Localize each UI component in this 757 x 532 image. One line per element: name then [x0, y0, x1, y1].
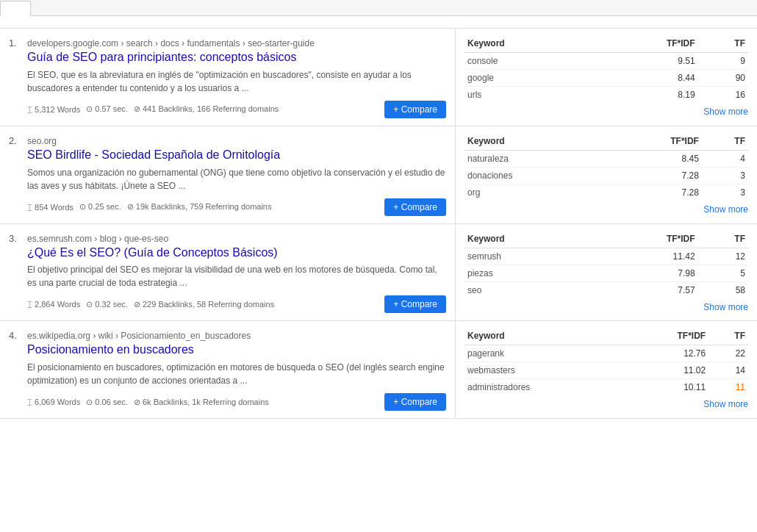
keyword-name: seo [464, 281, 595, 298]
meta-words: ⌶ 6,069 Words [27, 398, 80, 406]
keyword-name: webmasters [464, 362, 628, 379]
keyword-tf: 3 [702, 167, 748, 184]
meta-backlinks: ⊘ 229 Backlinks, 58 Referring domains [134, 300, 274, 309]
keywords-table: Keyword TF*IDF TF console 9.51 9 google … [464, 36, 748, 103]
result-row: 3. es.semrush.com › blog › que-es-seo ¿Q… [0, 224, 757, 322]
keyword-row: console 9.51 9 [464, 53, 748, 70]
kw-col-tfidf: TF*IDF [595, 36, 698, 53]
compare-button[interactable]: + Compare [384, 101, 446, 118]
result-number: 2. [9, 135, 27, 146]
result-left: 2. seo.org SEO Birdlife - Sociedad Españ… [0, 126, 456, 223]
meta-time: ⊙ 0.25 sec. [79, 202, 121, 212]
keyword-tfidf: 8.19 [595, 87, 698, 104]
result-url: developers.google.com › search › docs › … [27, 38, 315, 48]
tab-search-results[interactable] [0, 1, 31, 16]
keyword-name: semrush [464, 248, 595, 265]
keyword-tfidf: 11.42 [595, 248, 698, 265]
kw-col-keyword: Keyword [464, 134, 606, 151]
tab-table-of-values[interactable] [31, 1, 62, 16]
keyword-tf: 90 [698, 70, 748, 87]
show-more-link[interactable]: Show more [703, 302, 748, 312]
result-meta: ⌶ 2,864 Words ⊙ 0.32 sec. ⊘ 229 Backlink… [27, 295, 446, 313]
result-meta: ⌶ 854 Words ⊙ 0.25 sec. ⊘ 19k Backlinks,… [27, 198, 446, 216]
result-description: El posicionamiento en buscadores, optimi… [27, 361, 446, 387]
keyword-row: piezas 7.98 5 [464, 265, 748, 281]
keyword-row: semrush 11.42 12 [464, 248, 748, 265]
keyword-row: google 8.44 90 [464, 70, 748, 87]
keywords-panel: Keyword TF*IDF TF console 9.51 9 google … [456, 29, 757, 126]
keyword-row: seo 7.57 58 [464, 281, 748, 298]
keyword-tf: 5 [698, 265, 748, 281]
result-row: 1. developers.google.com › search › docs… [0, 29, 757, 126]
keyword-tfidf: 7.57 [595, 281, 698, 298]
show-more: Show more [464, 107, 748, 117]
meta-backlinks: ⊘ 6k Backlinks, 1k Referring domains [134, 398, 269, 407]
result-title[interactable]: Posicionamiento en buscadores [27, 342, 446, 358]
meta-time: ⊙ 0.06 sec. [86, 398, 128, 407]
keyword-tfidf: 10.11 [628, 379, 709, 396]
main-content: 1. developers.google.com › search › docs… [0, 29, 757, 419]
meta-time: ⊙ 0.32 sec. [86, 300, 128, 309]
result-left: 4. es.wikipedia.org › wiki › Posicionami… [0, 321, 456, 418]
keyword-name: google [464, 70, 595, 87]
result-title[interactable]: ¿Qué Es el SEO? (Guía de Conceptos Básic… [27, 245, 446, 261]
show-more-link[interactable]: Show more [703, 107, 748, 117]
result-description: Somos una organización no gubernamental … [27, 166, 446, 193]
kw-col-tfidf: TF*IDF [606, 134, 702, 151]
keyword-name: donaciones [464, 167, 606, 184]
keyword-tf: 16 [698, 87, 748, 104]
show-more: Show more [464, 204, 748, 215]
tab-text-editor[interactable] [62, 1, 93, 16]
compare-button[interactable]: + Compare [384, 198, 446, 216]
result-row: 2. seo.org SEO Birdlife - Sociedad Españ… [0, 126, 757, 224]
show-more: Show more [464, 399, 748, 409]
keyword-tfidf: 7.28 [606, 184, 702, 201]
result-meta: ⌶ 6,069 Words ⊙ 0.06 sec. ⊘ 6k Backlinks… [27, 393, 446, 411]
keyword-name: administradores [464, 379, 628, 396]
meta-backlinks: ⊘ 441 Backlinks, 166 Referring domains [134, 104, 279, 114]
kw-col-tf: TF [702, 134, 748, 151]
keywords-panel: Keyword TF*IDF TF semrush 11.42 12 pieza… [456, 224, 757, 321]
keyword-tf: 14 [708, 362, 748, 379]
keyword-row: org 7.28 3 [464, 184, 748, 201]
keyword-row: naturaleza 8.45 4 [464, 150, 748, 167]
keyword-name: console [464, 53, 595, 70]
compare-button[interactable]: + Compare [384, 393, 446, 411]
kw-col-tf: TF [698, 36, 748, 53]
result-url: es.semrush.com › blog › que-es-seo [27, 234, 168, 244]
keyword-name: urls [464, 87, 595, 104]
keyword-row: administradores 10.11 11 [464, 379, 748, 396]
meta-time: ⊙ 0.57 sec. [86, 104, 128, 114]
result-url: es.wikipedia.org › wiki › Posicionamient… [27, 331, 251, 341]
show-more: Show more [464, 302, 748, 312]
result-number: 4. [9, 330, 27, 341]
keyword-tfidf: 8.45 [606, 150, 702, 167]
result-title[interactable]: SEO Birdlife - Sociedad Española de Orni… [27, 148, 446, 163]
keyword-row: webmasters 11.02 14 [464, 362, 748, 379]
show-more-link[interactable]: Show more [703, 204, 748, 215]
meta-words: ⌶ 2,864 Words [27, 300, 80, 309]
kw-col-tfidf: TF*IDF [595, 231, 698, 248]
show-more-link[interactable]: Show more [703, 399, 748, 409]
result-left: 1. developers.google.com › search › docs… [0, 29, 456, 126]
keyword-tfidf: 7.98 [595, 265, 698, 281]
result-meta: ⌶ 5,312 Words ⊙ 0.57 sec. ⊘ 441 Backlink… [27, 101, 446, 118]
keyword-tf: 12 [698, 248, 748, 265]
kw-col-tf: TF [698, 231, 748, 248]
result-title[interactable]: Guía de SEO para principiantes: concepto… [27, 50, 446, 65]
keywords-table: Keyword TF*IDF TF naturaleza 8.45 4 dona… [464, 134, 748, 201]
result-description: El SEO, que es la abreviatura en inglés … [27, 68, 446, 95]
keywords-panel: Keyword TF*IDF TF pagerank 12.76 22 webm… [456, 321, 757, 418]
result-number: 1. [9, 37, 27, 48]
keyword-name: piezas [464, 265, 595, 281]
kw-col-tf: TF [708, 328, 748, 345]
keyword-tf: 11 [708, 379, 748, 396]
keyword-tfidf: 8.44 [595, 70, 698, 87]
keywords-table: Keyword TF*IDF TF semrush 11.42 12 pieza… [464, 231, 748, 298]
keyword-name: naturaleza [464, 150, 606, 167]
keyword-tf: 9 [698, 53, 748, 70]
kw-col-keyword: Keyword [464, 231, 595, 248]
result-description: El objetivo principal del SEO es mejorar… [27, 263, 446, 290]
compare-button[interactable]: + Compare [384, 295, 446, 313]
keyword-name: pagerank [464, 345, 628, 362]
